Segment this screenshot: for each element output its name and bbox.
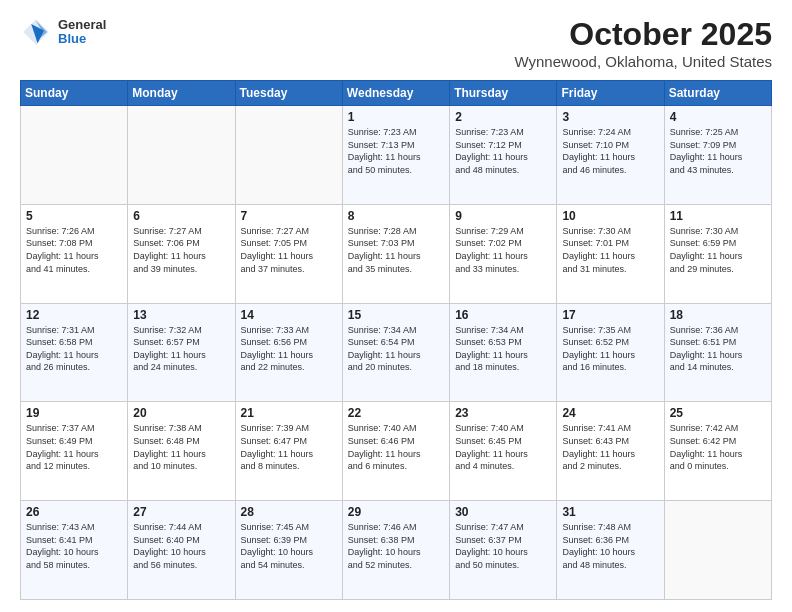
day-info: Sunrise: 7:40 AM Sunset: 6:45 PM Dayligh…	[455, 422, 551, 472]
calendar-cell: 19Sunrise: 7:37 AM Sunset: 6:49 PM Dayli…	[21, 402, 128, 501]
calendar-cell: 14Sunrise: 7:33 AM Sunset: 6:56 PM Dayli…	[235, 303, 342, 402]
day-info: Sunrise: 7:29 AM Sunset: 7:02 PM Dayligh…	[455, 225, 551, 275]
weekday-header-tuesday: Tuesday	[235, 81, 342, 106]
calendar-cell: 24Sunrise: 7:41 AM Sunset: 6:43 PM Dayli…	[557, 402, 664, 501]
day-info: Sunrise: 7:41 AM Sunset: 6:43 PM Dayligh…	[562, 422, 658, 472]
calendar-cell: 28Sunrise: 7:45 AM Sunset: 6:39 PM Dayli…	[235, 501, 342, 600]
day-number: 23	[455, 406, 551, 420]
day-number: 5	[26, 209, 122, 223]
day-info: Sunrise: 7:48 AM Sunset: 6:36 PM Dayligh…	[562, 521, 658, 571]
day-number: 31	[562, 505, 658, 519]
calendar-cell: 25Sunrise: 7:42 AM Sunset: 6:42 PM Dayli…	[664, 402, 771, 501]
day-info: Sunrise: 7:46 AM Sunset: 6:38 PM Dayligh…	[348, 521, 444, 571]
calendar-week-row: 5Sunrise: 7:26 AM Sunset: 7:08 PM Daylig…	[21, 204, 772, 303]
calendar-cell: 2Sunrise: 7:23 AM Sunset: 7:12 PM Daylig…	[450, 106, 557, 205]
title-block: October 2025 Wynnewood, Oklahoma, United…	[515, 16, 773, 70]
calendar-week-row: 1Sunrise: 7:23 AM Sunset: 7:13 PM Daylig…	[21, 106, 772, 205]
weekday-header-saturday: Saturday	[664, 81, 771, 106]
day-number: 9	[455, 209, 551, 223]
logo: General Blue	[20, 16, 106, 48]
day-number: 14	[241, 308, 337, 322]
day-number: 7	[241, 209, 337, 223]
calendar-cell: 31Sunrise: 7:48 AM Sunset: 6:36 PM Dayli…	[557, 501, 664, 600]
day-number: 30	[455, 505, 551, 519]
calendar-cell: 11Sunrise: 7:30 AM Sunset: 6:59 PM Dayli…	[664, 204, 771, 303]
calendar-cell: 15Sunrise: 7:34 AM Sunset: 6:54 PM Dayli…	[342, 303, 449, 402]
calendar-week-row: 19Sunrise: 7:37 AM Sunset: 6:49 PM Dayli…	[21, 402, 772, 501]
weekday-header-thursday: Thursday	[450, 81, 557, 106]
calendar-cell: 10Sunrise: 7:30 AM Sunset: 7:01 PM Dayli…	[557, 204, 664, 303]
day-number: 1	[348, 110, 444, 124]
logo-icon	[20, 16, 52, 48]
calendar-week-row: 26Sunrise: 7:43 AM Sunset: 6:41 PM Dayli…	[21, 501, 772, 600]
day-number: 17	[562, 308, 658, 322]
weekday-header-wednesday: Wednesday	[342, 81, 449, 106]
day-number: 22	[348, 406, 444, 420]
day-number: 18	[670, 308, 766, 322]
calendar-cell: 29Sunrise: 7:46 AM Sunset: 6:38 PM Dayli…	[342, 501, 449, 600]
calendar-cell: 5Sunrise: 7:26 AM Sunset: 7:08 PM Daylig…	[21, 204, 128, 303]
day-info: Sunrise: 7:23 AM Sunset: 7:12 PM Dayligh…	[455, 126, 551, 176]
day-number: 16	[455, 308, 551, 322]
calendar-cell: 21Sunrise: 7:39 AM Sunset: 6:47 PM Dayli…	[235, 402, 342, 501]
day-number: 11	[670, 209, 766, 223]
day-number: 10	[562, 209, 658, 223]
day-info: Sunrise: 7:33 AM Sunset: 6:56 PM Dayligh…	[241, 324, 337, 374]
day-info: Sunrise: 7:25 AM Sunset: 7:09 PM Dayligh…	[670, 126, 766, 176]
day-info: Sunrise: 7:26 AM Sunset: 7:08 PM Dayligh…	[26, 225, 122, 275]
day-info: Sunrise: 7:28 AM Sunset: 7:03 PM Dayligh…	[348, 225, 444, 275]
day-number: 19	[26, 406, 122, 420]
calendar-cell	[128, 106, 235, 205]
calendar-cell	[21, 106, 128, 205]
calendar-cell: 1Sunrise: 7:23 AM Sunset: 7:13 PM Daylig…	[342, 106, 449, 205]
subtitle: Wynnewood, Oklahoma, United States	[515, 53, 773, 70]
day-info: Sunrise: 7:44 AM Sunset: 6:40 PM Dayligh…	[133, 521, 229, 571]
calendar-cell: 4Sunrise: 7:25 AM Sunset: 7:09 PM Daylig…	[664, 106, 771, 205]
day-info: Sunrise: 7:31 AM Sunset: 6:58 PM Dayligh…	[26, 324, 122, 374]
calendar-cell: 27Sunrise: 7:44 AM Sunset: 6:40 PM Dayli…	[128, 501, 235, 600]
calendar-cell: 3Sunrise: 7:24 AM Sunset: 7:10 PM Daylig…	[557, 106, 664, 205]
calendar-cell: 26Sunrise: 7:43 AM Sunset: 6:41 PM Dayli…	[21, 501, 128, 600]
day-number: 25	[670, 406, 766, 420]
day-number: 8	[348, 209, 444, 223]
day-number: 26	[26, 505, 122, 519]
page: General Blue October 2025 Wynnewood, Okl…	[0, 0, 792, 612]
day-info: Sunrise: 7:47 AM Sunset: 6:37 PM Dayligh…	[455, 521, 551, 571]
logo-general-text: General	[58, 18, 106, 32]
day-info: Sunrise: 7:39 AM Sunset: 6:47 PM Dayligh…	[241, 422, 337, 472]
day-number: 13	[133, 308, 229, 322]
calendar-cell: 20Sunrise: 7:38 AM Sunset: 6:48 PM Dayli…	[128, 402, 235, 501]
day-number: 4	[670, 110, 766, 124]
calendar-cell: 17Sunrise: 7:35 AM Sunset: 6:52 PM Dayli…	[557, 303, 664, 402]
day-number: 24	[562, 406, 658, 420]
day-number: 15	[348, 308, 444, 322]
logo-blue-text: Blue	[58, 32, 106, 46]
day-number: 28	[241, 505, 337, 519]
day-info: Sunrise: 7:37 AM Sunset: 6:49 PM Dayligh…	[26, 422, 122, 472]
day-info: Sunrise: 7:30 AM Sunset: 7:01 PM Dayligh…	[562, 225, 658, 275]
main-title: October 2025	[515, 16, 773, 53]
day-info: Sunrise: 7:34 AM Sunset: 6:54 PM Dayligh…	[348, 324, 444, 374]
day-number: 6	[133, 209, 229, 223]
calendar-cell: 22Sunrise: 7:40 AM Sunset: 6:46 PM Dayli…	[342, 402, 449, 501]
day-info: Sunrise: 7:34 AM Sunset: 6:53 PM Dayligh…	[455, 324, 551, 374]
weekday-header-friday: Friday	[557, 81, 664, 106]
calendar-cell: 12Sunrise: 7:31 AM Sunset: 6:58 PM Dayli…	[21, 303, 128, 402]
day-info: Sunrise: 7:43 AM Sunset: 6:41 PM Dayligh…	[26, 521, 122, 571]
day-number: 12	[26, 308, 122, 322]
calendar-cell: 13Sunrise: 7:32 AM Sunset: 6:57 PM Dayli…	[128, 303, 235, 402]
day-info: Sunrise: 7:27 AM Sunset: 7:05 PM Dayligh…	[241, 225, 337, 275]
day-info: Sunrise: 7:23 AM Sunset: 7:13 PM Dayligh…	[348, 126, 444, 176]
day-info: Sunrise: 7:38 AM Sunset: 6:48 PM Dayligh…	[133, 422, 229, 472]
calendar-cell: 30Sunrise: 7:47 AM Sunset: 6:37 PM Dayli…	[450, 501, 557, 600]
day-number: 2	[455, 110, 551, 124]
header: General Blue October 2025 Wynnewood, Okl…	[20, 16, 772, 70]
logo-text: General Blue	[58, 18, 106, 47]
calendar-cell	[664, 501, 771, 600]
day-number: 3	[562, 110, 658, 124]
weekday-header-sunday: Sunday	[21, 81, 128, 106]
day-info: Sunrise: 7:40 AM Sunset: 6:46 PM Dayligh…	[348, 422, 444, 472]
day-info: Sunrise: 7:45 AM Sunset: 6:39 PM Dayligh…	[241, 521, 337, 571]
day-number: 21	[241, 406, 337, 420]
day-info: Sunrise: 7:30 AM Sunset: 6:59 PM Dayligh…	[670, 225, 766, 275]
